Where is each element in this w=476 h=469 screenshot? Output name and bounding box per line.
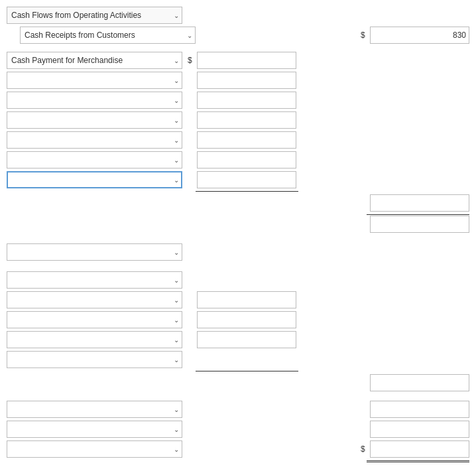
subtotal-input-2[interactable] [370, 216, 469, 233]
subtotal-row-2 [7, 216, 469, 233]
operating-activities-select[interactable]: Cash Flows from Operating Activities [7, 7, 182, 24]
section2-select-4[interactable] [7, 311, 182, 328]
section3-row-2: ⌄ [7, 421, 469, 438]
section2-select-2[interactable] [7, 271, 182, 289]
section2-row-2: ⌄ [7, 271, 469, 289]
section3-wrapper-3: ⌄ [7, 440, 182, 458]
payment-select-6[interactable] [7, 151, 182, 168]
payment-wrapper-6: ⌄ [7, 151, 182, 168]
section2-row-4: ⌄ $ [7, 311, 469, 328]
payment-select-3[interactable] [7, 92, 182, 109]
section2-row-3: ⌄ $ [7, 291, 469, 308]
section2-input-3[interactable] [197, 291, 296, 308]
section3-input-3[interactable] [370, 440, 469, 458]
section2-select-1[interactable] [7, 243, 182, 261]
payment-merchandise-row: Cash Payment for Merchandise ⌄ $ [7, 52, 469, 69]
payment-select-2[interactable] [7, 72, 182, 89]
underline-divider-2 [7, 214, 469, 215]
payment-row-2: ⌄ $ [7, 72, 469, 89]
receipts-amount-col: $ [355, 27, 469, 44]
dollar-sign-total: $ [361, 444, 367, 454]
section3-right-1 [370, 401, 469, 418]
subtotal-input-1[interactable] [370, 194, 469, 212]
payment-row-5: ⌄ $ [7, 131, 469, 149]
payment-input-7[interactable] [197, 171, 296, 188]
payment-merchandise-wrapper: Cash Payment for Merchandise ⌄ [7, 52, 182, 69]
operating-activities-wrapper: Cash Flows from Operating Activities ⌄ [7, 7, 182, 24]
payment-input-3[interactable] [197, 92, 296, 109]
subtotal-row-3 [7, 374, 469, 391]
payment-input-4[interactable] [197, 111, 296, 129]
section3-row-1: ⌄ [7, 401, 469, 418]
payment-wrapper-2: ⌄ [7, 72, 182, 89]
payment-merchandise-select[interactable]: Cash Payment for Merchandise [7, 52, 182, 69]
section2-row-6: ⌄ [7, 351, 469, 368]
payment-select-4[interactable] [7, 111, 182, 129]
section3-select-2[interactable] [7, 421, 182, 438]
subtotal-row-1 [7, 194, 469, 212]
underline-divider-1 [7, 191, 469, 192]
section3-select-1[interactable] [7, 401, 182, 418]
cash-receipts-wrapper: Cash Receipts from Customers ⌄ [20, 27, 196, 44]
section2-wrapper-4: ⌄ [7, 311, 182, 328]
section3-wrapper-2: ⌄ [7, 421, 182, 438]
payment-row-6: ⌄ $ [7, 151, 469, 168]
section3-input-1[interactable] [370, 401, 469, 418]
dollar-sign-receipts: $ [361, 31, 367, 40]
section2-row-5: ⌄ $ [7, 331, 469, 348]
payment-row-3: ⌄ $ [7, 92, 469, 109]
payment-input-6[interactable] [197, 151, 296, 168]
payment-select-7[interactable] [7, 171, 182, 188]
section2-wrapper-3: ⌄ [7, 291, 182, 308]
section2-select-5[interactable] [7, 331, 182, 348]
underline-divider-3 [7, 371, 469, 371]
section2-input-5[interactable] [197, 331, 296, 348]
final-underline [7, 460, 469, 462]
operating-activities-row: Cash Flows from Operating Activities ⌄ [7, 7, 469, 24]
dollar-sign-payment: $ [188, 56, 194, 65]
payment-wrapper-7: ⌄ [7, 171, 182, 188]
section2-wrapper-5: ⌄ [7, 331, 182, 348]
section2-select-3[interactable] [7, 291, 182, 308]
payment-wrapper-3: ⌄ [7, 92, 182, 109]
payment-input-5[interactable] [197, 131, 296, 149]
section3-row-3: ⌄ $ [7, 440, 469, 458]
section2-wrapper-6: ⌄ [7, 351, 182, 368]
section3-select-3[interactable] [7, 440, 182, 458]
section2-row-1: ⌄ [7, 243, 469, 261]
section2-input-4[interactable] [197, 311, 296, 328]
section3-input-2[interactable] [370, 421, 469, 438]
receipts-input[interactable] [370, 27, 469, 44]
section3-right-2 [370, 421, 469, 438]
section2-wrapper-1: ⌄ [7, 243, 182, 261]
payment-input-2[interactable] [197, 72, 296, 89]
cash-receipts-row: Cash Receipts from Customers ⌄ $ [20, 27, 469, 44]
section3-wrapper-1: ⌄ [7, 401, 182, 418]
section2-select-6[interactable] [7, 351, 182, 368]
payment-wrapper-5: ⌄ [7, 131, 182, 149]
payment-row-7: ⌄ $ [7, 171, 469, 188]
payment-wrapper-4: ⌄ [7, 111, 182, 129]
payment-merchandise-input[interactable] [197, 52, 296, 69]
cash-flow-form: Cash Flows from Operating Activities ⌄ C… [7, 7, 469, 462]
payment-row-4: ⌄ $ [7, 111, 469, 129]
section2-wrapper-2: ⌄ [7, 271, 182, 289]
payment-select-5[interactable] [7, 131, 182, 149]
section3-right-3: $ [355, 440, 469, 458]
cash-receipts-select[interactable]: Cash Receipts from Customers [20, 27, 196, 44]
subtotal-input-3[interactable] [370, 374, 469, 391]
